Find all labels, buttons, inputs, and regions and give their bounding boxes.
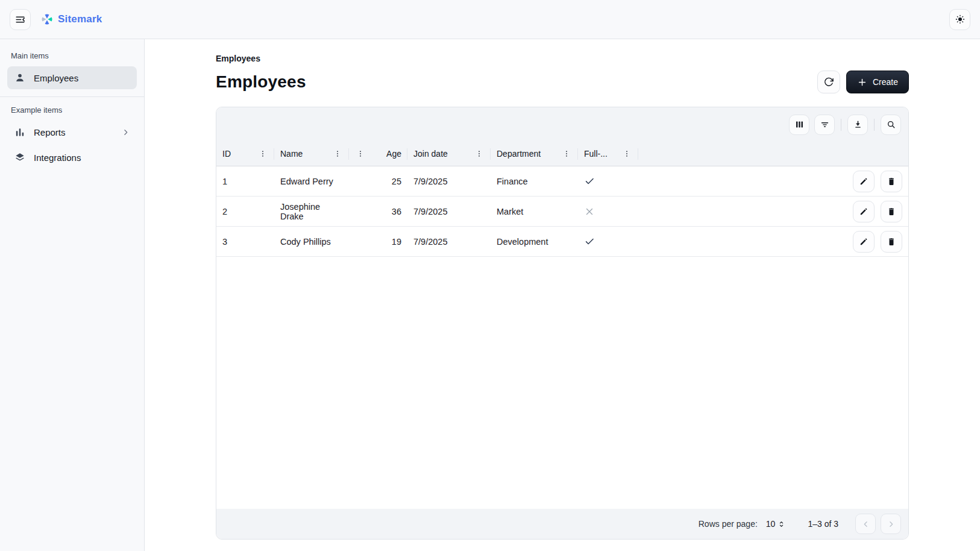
cell-name: Cody Phillips	[274, 227, 349, 256]
top-header: Sitemark	[0, 0, 980, 39]
pencil-icon	[859, 237, 868, 247]
table-row[interactable]: 1 Edward Perry 25 7/9/2025 Finance	[216, 166, 908, 197]
cell-join-date: 7/9/2025	[407, 227, 491, 256]
table-row[interactable]: 2 Josephine Drake 36 7/9/2025 Market	[216, 197, 908, 227]
delete-button[interactable]	[881, 231, 902, 253]
edit-button[interactable]	[853, 201, 875, 222]
download-icon	[853, 119, 863, 130]
data-grid-card: ID Name	[216, 107, 909, 540]
sidebar-section-title: Main items	[11, 51, 133, 60]
sidebar-divider	[0, 96, 144, 97]
pencil-icon	[859, 207, 868, 216]
rows-per-page-value: 10	[766, 519, 776, 529]
sidebar-section-title: Example items	[11, 105, 133, 115]
cell-join-date: 7/9/2025	[407, 166, 491, 196]
chevron-right-icon	[121, 128, 130, 137]
bar-chart-icon	[14, 126, 26, 138]
rows-per-page-select[interactable]: 10	[766, 519, 787, 529]
plus-icon	[857, 77, 867, 87]
sidebar-toggle-button[interactable]	[10, 9, 31, 30]
edit-button[interactable]	[853, 171, 875, 192]
table-row[interactable]: 3 Cody Phillips 19 7/9/2025 Development	[216, 227, 908, 257]
trash-icon	[887, 207, 896, 216]
create-button[interactable]: Create	[846, 71, 909, 93]
cell-name: Josephine Drake	[274, 197, 349, 226]
cell-age: 19	[349, 227, 407, 256]
cell-name: Edward Perry	[274, 166, 349, 196]
filter-button[interactable]	[814, 115, 835, 135]
cell-department: Market	[491, 197, 578, 226]
brand[interactable]: Sitemark	[40, 13, 102, 26]
column-header-id[interactable]: ID	[216, 142, 274, 166]
grid-rows: 1 Edward Perry 25 7/9/2025 Finance	[216, 166, 908, 257]
column-header-full-time[interactable]: Full-...	[578, 142, 638, 166]
check-icon	[584, 236, 595, 247]
rows-per-page-label: Rows per page:	[699, 519, 758, 529]
export-button[interactable]	[847, 115, 868, 135]
column-menu-icon[interactable]	[332, 148, 343, 159]
toolbar-divider	[841, 119, 841, 131]
column-menu-icon[interactable]	[474, 148, 485, 159]
menu-collapse-icon	[14, 14, 26, 25]
columns-button[interactable]	[789, 115, 809, 135]
grid-toolbar	[216, 107, 908, 142]
column-menu-icon[interactable]	[355, 148, 366, 159]
cell-department: Finance	[491, 166, 578, 196]
breadcrumb: Employees	[216, 54, 909, 63]
cell-id: 2	[216, 197, 274, 226]
trash-icon	[887, 177, 896, 186]
cell-actions	[638, 166, 908, 196]
sidebar-item-label: Employees	[34, 73, 78, 83]
cell-full-time	[578, 166, 638, 196]
sun-icon	[955, 14, 966, 25]
full-time-indicator	[584, 206, 595, 217]
column-menu-icon[interactable]	[561, 148, 572, 159]
column-header-join-date[interactable]: Join date	[407, 142, 491, 166]
pagination-range: 1–3 of 3	[808, 519, 838, 529]
column-menu-icon[interactable]	[257, 148, 268, 159]
delete-button[interactable]	[881, 171, 902, 192]
cell-full-time	[578, 197, 638, 226]
brand-name: Sitemark	[58, 13, 102, 25]
next-page-button[interactable]	[881, 514, 901, 534]
main-area: Employees Employees	[145, 39, 980, 551]
trash-icon	[887, 237, 896, 247]
pencil-icon	[859, 177, 868, 186]
full-time-indicator	[584, 175, 595, 187]
refresh-icon	[823, 77, 834, 87]
person-icon	[14, 72, 26, 84]
columns-icon	[794, 119, 805, 130]
check-icon	[584, 175, 595, 187]
grid-footer: Rows per page: 10 1–3 of 3	[216, 509, 908, 539]
column-header-department[interactable]: Department	[491, 142, 578, 166]
cell-id: 3	[216, 227, 274, 256]
sidebar-item-integrations[interactable]: Integrations	[7, 146, 137, 169]
column-header-actions	[638, 142, 908, 166]
theme-toggle-button[interactable]	[949, 9, 970, 30]
column-header-name[interactable]: Name	[274, 142, 349, 166]
cell-full-time	[578, 227, 638, 256]
cell-actions	[638, 197, 908, 226]
delete-button[interactable]	[881, 201, 902, 222]
refresh-button[interactable]	[817, 71, 840, 93]
layers-icon	[14, 151, 26, 163]
grid-header-row: ID Name	[216, 142, 908, 166]
full-time-indicator	[584, 236, 595, 247]
column-header-age[interactable]: Age	[349, 142, 407, 166]
column-menu-icon[interactable]	[621, 148, 632, 159]
sitemark-logo-icon	[40, 13, 54, 26]
sidebar-item-employees[interactable]: Employees	[7, 66, 137, 89]
x-icon	[584, 206, 595, 217]
cell-join-date: 7/9/2025	[407, 197, 491, 226]
search-icon	[886, 119, 896, 130]
select-arrows-icon	[777, 520, 786, 529]
previous-page-button[interactable]	[855, 514, 876, 534]
chevron-right-icon	[887, 520, 896, 529]
sidebar-item-label: Integrations	[34, 153, 81, 163]
edit-button[interactable]	[853, 231, 875, 253]
grid-empty-space	[216, 257, 908, 509]
sidebar-item-reports[interactable]: Reports	[7, 121, 137, 143]
cell-age: 25	[349, 166, 407, 196]
page-title: Employees	[216, 72, 306, 92]
search-button[interactable]	[881, 115, 901, 135]
